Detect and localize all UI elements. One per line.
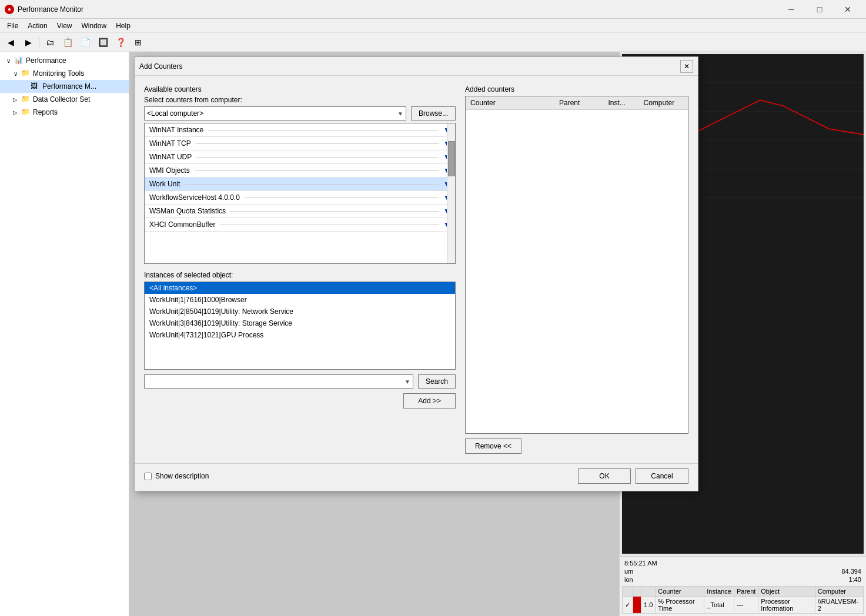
- monitoring-tools-icon: 📁: [21, 69, 31, 78]
- dialog-title-bar: Add Counters ✕: [135, 57, 698, 76]
- sidebar-label-data-collector: Data Collector Set: [33, 95, 90, 103]
- select-from-label: Select counters from computer:: [144, 96, 456, 104]
- title-bar-left: ● Performance Monitor: [5, 5, 83, 14]
- add-row: Add >>: [144, 393, 456, 409]
- menu-action[interactable]: Action: [23, 21, 52, 31]
- sidebar-item-reports[interactable]: ▷ 📁 Reports: [0, 106, 129, 119]
- instance-item-1[interactable]: WorkUnit|1|7616|1000|Browser: [145, 294, 455, 306]
- toolbar-btn-5[interactable]: 🔲: [95, 35, 111, 50]
- sidebar-label-reports: Reports: [33, 108, 58, 116]
- remove-button[interactable]: Remove <<: [465, 438, 521, 454]
- counter-label: WinNAT Instance: [149, 126, 203, 134]
- show-action-pane-button[interactable]: 🗂: [42, 35, 58, 50]
- counter-label: Work Unit: [149, 180, 180, 188]
- sidebar-label-perf-monitor: Performance M...: [42, 82, 96, 91]
- separator: [230, 211, 439, 212]
- sidebar-label-monitoring-tools: Monitoring Tools: [33, 69, 84, 78]
- instance-item-2[interactable]: WorkUnit|2|8504|1019|Utility: Network Se…: [145, 306, 455, 317]
- performance-icon: 📊: [14, 56, 24, 65]
- sidebar-item-monitoring-tools[interactable]: ∨ 📁 Monitoring Tools: [0, 67, 129, 80]
- instance-item-4[interactable]: WorkUnit|4|7312|1021|GPU Process: [145, 329, 455, 341]
- dialog-close-button[interactable]: ✕: [680, 60, 693, 73]
- counter-item-wsman[interactable]: WSMan Quota Statistics ▼: [145, 205, 455, 218]
- expand-icon-reports: ▷: [12, 109, 19, 116]
- perf-monitor-icon: 🖼: [31, 82, 40, 91]
- cancel-button[interactable]: Cancel: [636, 468, 688, 484]
- instance-item-3[interactable]: WorkUnit|3|8436|1019|Utility: Storage Se…: [145, 317, 455, 329]
- computer-select[interactable]: <Local computer> ▼: [144, 106, 406, 120]
- added-counters-label: Added counters: [465, 85, 688, 93]
- counter-label: WorkflowServiceHost 4.0.0.0: [149, 193, 240, 202]
- search-input[interactable]: [147, 377, 404, 386]
- col-header-computer: Computer: [639, 99, 688, 107]
- counter-label: WMI Objects: [149, 166, 190, 175]
- description-button[interactable]: 📄: [77, 35, 93, 50]
- add-counters-dialog: Add Counters ✕ Available counters Select…: [134, 56, 698, 491]
- ok-button[interactable]: OK: [578, 468, 631, 484]
- available-counters-label: Available counters: [144, 85, 456, 93]
- search-button[interactable]: Search: [418, 374, 456, 389]
- sidebar: ∨ 📊 Performance ∨ 📁 Monitoring Tools ▷ 🖼…: [0, 52, 129, 616]
- dialog-body: Available counters Select counters from …: [135, 76, 698, 463]
- separator: [208, 130, 439, 130]
- menu-window[interactable]: Window: [77, 21, 112, 31]
- instance-item-all[interactable]: <All instances>: [145, 282, 455, 294]
- counter-list[interactable]: WinNAT Instance ▼ WinNAT TCP ▼: [144, 123, 456, 264]
- sidebar-item-data-collector[interactable]: ▷ 📁 Data Collector Set: [0, 93, 129, 106]
- forward-button[interactable]: ▶: [20, 35, 36, 50]
- list-scrollbar[interactable]: [447, 123, 455, 263]
- col-header-counter: Counter: [466, 99, 554, 107]
- added-counters-list: [466, 110, 688, 433]
- menu-file[interactable]: File: [2, 21, 23, 31]
- browse-button[interactable]: Browse...: [411, 106, 456, 120]
- maximize-button[interactable]: □: [806, 1, 833, 18]
- sidebar-item-performance-monitor[interactable]: ▷ 🖼 Performance M...: [0, 80, 129, 93]
- counter-item-wmi-objects[interactable]: WMI Objects ▼: [145, 164, 455, 178]
- counter-item-winnat-udp[interactable]: WinNAT UDP ▼: [145, 150, 455, 164]
- search-dropdown-arrow-icon: ▼: [404, 379, 410, 385]
- menu-view[interactable]: View: [52, 21, 77, 31]
- expand-icon-monitoring: ∨: [12, 70, 19, 77]
- show-description-label[interactable]: Show description: [155, 472, 209, 480]
- content-area: ∨ 📊 Performance ∨ 📁 Monitoring Tools ▷ 🖼…: [0, 52, 866, 616]
- counter-label: WinNAT TCP: [149, 139, 191, 148]
- dialog-overlay: Add Counters ✕ Available counters Select…: [129, 52, 866, 616]
- extra-button[interactable]: ⊞: [130, 35, 146, 50]
- reports-icon: 📁: [21, 108, 31, 117]
- expand-icon-data: ▷: [12, 96, 19, 103]
- added-counters-header: Counter Parent Inst... Computer: [466, 96, 688, 110]
- counter-label: WSMan Quota Statistics: [149, 207, 226, 215]
- counter-item-workflow[interactable]: WorkflowServiceHost 4.0.0.0 ▼: [145, 191, 455, 205]
- instances-list[interactable]: <All instances> WorkUnit|1|7616|1000|Bro…: [144, 282, 456, 370]
- show-description-checkbox[interactable]: [144, 473, 152, 480]
- title-bar: ● Performance Monitor ─ □ ✕: [0, 0, 866, 19]
- add-button[interactable]: Add >>: [403, 393, 456, 409]
- counter-item-winnat-tcp[interactable]: WinNAT TCP ▼: [145, 137, 455, 150]
- minimize-button[interactable]: ─: [778, 1, 805, 18]
- menu-help[interactable]: Help: [111, 21, 135, 31]
- properties-button[interactable]: 📋: [59, 35, 76, 50]
- dialog-title: Add Counters: [139, 62, 182, 71]
- help-button[interactable]: ❓: [112, 35, 129, 50]
- separator: [185, 184, 439, 185]
- back-button[interactable]: ◀: [2, 35, 19, 50]
- counter-item-work-unit[interactable]: Work Unit ▼: [145, 178, 455, 191]
- search-row: ▼ Search: [144, 374, 456, 389]
- close-button[interactable]: ✕: [834, 1, 861, 18]
- sidebar-item-performance[interactable]: ∨ 📊 Performance: [0, 54, 129, 67]
- dialog-right-panel: Added counters Counter Parent Inst... Co…: [465, 85, 688, 454]
- instances-section: Instances of selected object: <All insta…: [144, 271, 456, 409]
- col-header-parent: Parent: [554, 99, 604, 107]
- separator: [196, 143, 439, 144]
- counter-item-xhci[interactable]: XHCI CommonBuffer ▼: [145, 218, 455, 232]
- separator: [220, 225, 439, 225]
- toolbar-separator-1: [39, 36, 39, 48]
- sidebar-label-performance: Performance: [26, 56, 66, 65]
- counter-item-winnat-instance[interactable]: WinNAT Instance ▼: [145, 123, 455, 137]
- dialog-left-panel: Available counters Select counters from …: [144, 85, 456, 454]
- main-window: ● Performance Monitor ─ □ ✕ File Action …: [0, 0, 866, 616]
- show-description-row: Show description: [144, 472, 209, 480]
- dialog-ok-cancel: OK Cancel: [578, 468, 688, 484]
- chevron-down-icon: ▼: [397, 111, 403, 117]
- title-bar-controls: ─ □ ✕: [778, 1, 861, 18]
